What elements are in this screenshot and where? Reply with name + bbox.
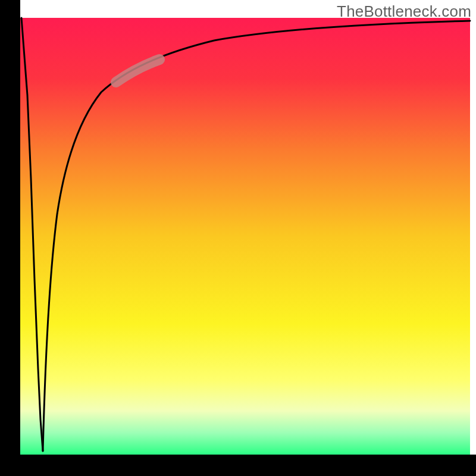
y-axis-border (0, 0, 20, 476)
watermark-text: TheBottleneck.com (337, 2, 471, 21)
x-axis-border (0, 455, 476, 476)
chart-svg (0, 0, 476, 476)
chart-stage: TheBottleneck.com (0, 0, 476, 476)
chart-background (20, 18, 470, 455)
